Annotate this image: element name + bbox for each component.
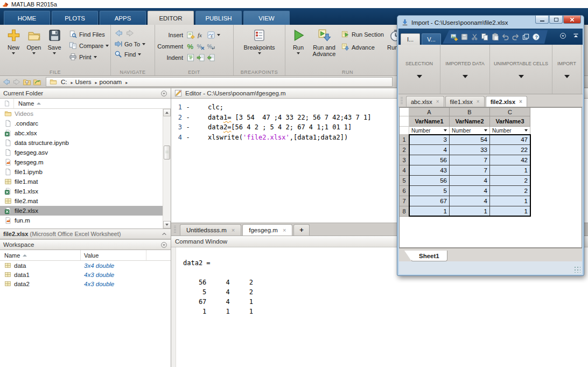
data-cell[interactable]: 54 xyxy=(450,135,490,145)
import-file-tab[interactable]: file2.xlsx× xyxy=(486,96,527,107)
file-list-item[interactable]: Videos xyxy=(0,109,171,119)
data-cell[interactable]: 4 xyxy=(450,176,490,186)
workspace-variable-row[interactable]: data24x3 double xyxy=(0,279,171,288)
close-tab-icon[interactable]: × xyxy=(519,99,522,105)
breadcrumb-item[interactable]: Users xyxy=(74,79,99,85)
close-button[interactable] xyxy=(563,16,581,24)
close-tab-icon[interactable]: × xyxy=(283,227,286,233)
scroll-down-button[interactable] xyxy=(163,221,171,228)
run-and-advance-button[interactable]: Run and Advance xyxy=(309,25,339,57)
open-button[interactable]: Open xyxy=(24,25,44,54)
nav-back-icon[interactable] xyxy=(2,78,11,86)
workspace-variable-row[interactable]: data14x3 double xyxy=(0,270,171,279)
file-list-column-header[interactable]: Name xyxy=(0,99,171,109)
insert-dropdown[interactable] xyxy=(217,34,220,36)
data-cell[interactable]: 7 xyxy=(450,155,490,165)
wrap-comments-icon[interactable]: % xyxy=(207,42,215,51)
breadcrumb-item[interactable]: poonam xyxy=(99,79,129,85)
insert-fx-icon[interactable]: fx xyxy=(197,31,205,39)
nav-forward-icon[interactable] xyxy=(12,78,21,86)
compare-button[interactable]: Compare xyxy=(69,40,109,51)
row-number[interactable]: 2 xyxy=(400,145,409,155)
data-cell[interactable]: 4 xyxy=(450,196,490,206)
find-files-button[interactable]: Find Files xyxy=(69,29,109,39)
file-list-item[interactable]: file2.xlsx xyxy=(0,206,171,216)
collapse-details-icon[interactable] xyxy=(161,231,167,237)
data-cell[interactable]: 3 xyxy=(409,135,450,145)
insert-doc-icon[interactable] xyxy=(186,31,195,39)
redo-icon[interactable] xyxy=(512,33,520,41)
ribbon-tab-view[interactable]: VIEW xyxy=(243,11,290,25)
file-list-item[interactable]: abc.xlsx xyxy=(0,128,171,138)
workspace-column-header[interactable]: Name Value xyxy=(0,250,171,261)
import-ribbon-tab[interactable]: I... xyxy=(401,33,420,45)
data-cell[interactable]: 1 xyxy=(409,206,450,217)
close-tab-icon[interactable]: × xyxy=(232,227,235,233)
run-section-button[interactable]: Run Section xyxy=(341,29,384,39)
data-cell[interactable]: 7 xyxy=(450,165,490,176)
import-ribbon-tab[interactable]: V... xyxy=(422,33,441,45)
ribbon-tab-plots[interactable]: PLOTS xyxy=(52,11,98,25)
collapse-ribbon-icon[interactable] xyxy=(572,32,579,39)
scroll-up-button[interactable] xyxy=(163,109,171,116)
type-selector[interactable]: Number xyxy=(450,127,490,135)
data-cell[interactable]: 1 xyxy=(490,165,530,176)
row-number[interactable]: 7 xyxy=(400,196,409,206)
help-icon[interactable]: ? xyxy=(532,33,540,41)
row-number[interactable]: 8 xyxy=(400,206,409,217)
browse-folder-icon[interactable] xyxy=(33,78,41,86)
file-list-item[interactable]: data structure.ipynb xyxy=(0,138,171,148)
file-list-item[interactable]: file1.ipynb xyxy=(0,167,171,177)
uncomment-icon[interactable]: % xyxy=(197,42,205,51)
panel-menu-icon[interactable] xyxy=(160,90,167,97)
save-icon[interactable] xyxy=(460,33,468,41)
back-arrow-icon[interactable] xyxy=(114,29,123,38)
import-file-tab[interactable]: file1.xlsx× xyxy=(445,96,485,107)
undo-icon[interactable] xyxy=(501,33,509,41)
file-list-item[interactable]: fgesgeg.m xyxy=(0,157,171,167)
indent-left-icon[interactable] xyxy=(207,53,215,62)
ribbon-tab-editor[interactable]: EDITOR xyxy=(148,11,194,25)
import-file-tab[interactable]: abc.xlsx× xyxy=(406,96,444,107)
scroll-thumb[interactable] xyxy=(164,146,170,160)
data-cell[interactable]: 56 xyxy=(409,155,450,165)
maximize-button[interactable] xyxy=(549,16,563,24)
type-dropdown-icon[interactable] xyxy=(444,129,447,131)
ribbon-tab-home[interactable]: HOME xyxy=(4,11,50,25)
editor-tab[interactable]: Untitledssss.m× xyxy=(180,224,241,236)
paste-icon[interactable] xyxy=(491,33,499,41)
copy-icon[interactable] xyxy=(481,33,489,41)
data-cell[interactable]: 4 xyxy=(450,186,490,196)
section-dropdown-icon[interactable] xyxy=(417,75,422,78)
import-section-import[interactable]: IMPORT xyxy=(552,45,582,94)
section-dropdown-icon[interactable] xyxy=(564,75,570,78)
editor-tab[interactable]: fgesgeg.m× xyxy=(242,224,292,236)
print-button[interactable]: Print xyxy=(69,52,109,62)
file-list-item[interactable]: fgesgeg.asv xyxy=(0,148,171,157)
save-button[interactable]: Save xyxy=(44,25,65,54)
comment-icon[interactable]: % xyxy=(186,42,195,51)
toolbar-menu-icon[interactable] xyxy=(559,32,566,39)
row-number[interactable]: 5 xyxy=(400,176,409,186)
section-dropdown-icon[interactable] xyxy=(463,75,468,78)
data-cell[interactable]: 5 xyxy=(409,186,450,196)
section-dropdown-icon[interactable] xyxy=(519,75,524,78)
file-list-item[interactable]: fun.m xyxy=(0,216,171,225)
new-tab-button[interactable]: + xyxy=(293,224,310,236)
data-cell[interactable]: 42 xyxy=(490,155,530,165)
find-button[interactable]: Find xyxy=(111,49,155,59)
minimize-button[interactable] xyxy=(535,16,549,24)
data-cell[interactable]: 33 xyxy=(450,145,490,155)
close-tab-icon[interactable]: × xyxy=(477,99,480,105)
file-details-bar[interactable]: file2.xlsx (Microsoft Office Excel Works… xyxy=(0,228,171,239)
variable-name-header[interactable]: VarName2 xyxy=(450,116,490,127)
insert-section-icon[interactable]: fi xyxy=(207,31,215,39)
file-list-item[interactable]: file1.mat xyxy=(0,177,171,186)
workspace-variable-row[interactable]: data3x4 double xyxy=(0,261,171,270)
cut-icon[interactable] xyxy=(471,33,479,41)
type-dropdown-icon[interactable] xyxy=(524,129,528,131)
data-cell[interactable]: 67 xyxy=(409,196,450,206)
data-cell[interactable]: 2 xyxy=(490,186,530,196)
run-button[interactable]: Run xyxy=(288,25,309,54)
close-tab-icon[interactable]: × xyxy=(436,99,439,105)
